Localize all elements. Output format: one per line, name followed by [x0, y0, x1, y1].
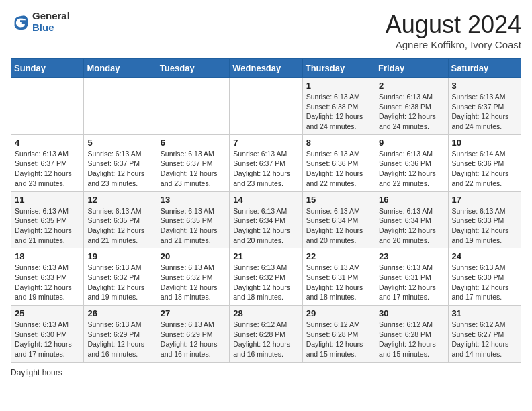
day-number: 16 [379, 195, 444, 205]
calendar-cell: 7Sunrise: 6:13 AM Sunset: 6:37 PM Daylig… [230, 134, 302, 191]
day-number: 9 [379, 138, 444, 148]
day-info: Sunrise: 6:12 AM Sunset: 6:28 PM Dayligh… [306, 320, 371, 359]
day-info: Sunrise: 6:13 AM Sunset: 6:37 PM Dayligh… [233, 149, 298, 189]
day-number: 12 [87, 195, 152, 205]
day-info: Sunrise: 6:12 AM Sunset: 6:28 PM Dayligh… [379, 320, 444, 359]
day-info: Sunrise: 6:13 AM Sunset: 6:33 PM Dayligh… [15, 263, 80, 302]
day-number: 24 [452, 251, 517, 261]
day-info: Sunrise: 6:12 AM Sunset: 6:27 PM Dayligh… [452, 320, 517, 359]
day-number: 5 [87, 138, 152, 148]
calendar-week-3: 11Sunrise: 6:13 AM Sunset: 6:35 PM Dayli… [11, 191, 521, 248]
day-number: 14 [233, 195, 298, 205]
day-number: 20 [161, 251, 226, 261]
day-info: Sunrise: 6:13 AM Sunset: 6:34 PM Dayligh… [233, 206, 298, 246]
calendar-cell: 23Sunrise: 6:13 AM Sunset: 6:31 PM Dayli… [375, 248, 448, 306]
day-number: 13 [161, 195, 226, 205]
calendar-cell: 1Sunrise: 6:13 AM Sunset: 6:38 PM Daylig… [302, 78, 375, 135]
calendar-cell: 30Sunrise: 6:12 AM Sunset: 6:28 PM Dayli… [375, 306, 448, 363]
footer-note: Daylight hours [11, 368, 521, 377]
day-info: Sunrise: 6:13 AM Sunset: 6:38 PM Dayligh… [306, 92, 371, 132]
day-number: 11 [15, 195, 80, 205]
calendar-cell: 24Sunrise: 6:13 AM Sunset: 6:30 PM Dayli… [448, 248, 521, 306]
calendar-cell: 31Sunrise: 6:12 AM Sunset: 6:27 PM Dayli… [448, 306, 521, 363]
calendar-week-1: 1Sunrise: 6:13 AM Sunset: 6:38 PM Daylig… [11, 78, 521, 135]
day-info: Sunrise: 6:13 AM Sunset: 6:34 PM Dayligh… [306, 206, 371, 246]
day-number: 3 [452, 81, 517, 91]
calendar-cell: 21Sunrise: 6:13 AM Sunset: 6:32 PM Dayli… [230, 248, 302, 306]
calendar-cell: 16Sunrise: 6:13 AM Sunset: 6:34 PM Dayli… [375, 191, 448, 248]
day-info: Sunrise: 6:13 AM Sunset: 6:33 PM Dayligh… [452, 206, 517, 246]
calendar-cell: 18Sunrise: 6:13 AM Sunset: 6:33 PM Dayli… [11, 248, 84, 306]
calendar-cell: 20Sunrise: 6:13 AM Sunset: 6:32 PM Dayli… [157, 248, 229, 306]
day-number: 31 [452, 308, 517, 318]
day-number: 26 [87, 308, 152, 318]
day-info: Sunrise: 6:13 AM Sunset: 6:32 PM Dayligh… [87, 263, 152, 302]
logo-text: General Blue [32, 11, 70, 33]
day-info: Sunrise: 6:13 AM Sunset: 6:35 PM Dayligh… [161, 206, 226, 246]
weekday-header-sunday: Sunday [11, 59, 84, 78]
day-info: Sunrise: 6:13 AM Sunset: 6:36 PM Dayligh… [379, 149, 444, 189]
day-info: Sunrise: 6:13 AM Sunset: 6:37 PM Dayligh… [87, 149, 152, 189]
day-info: Sunrise: 6:13 AM Sunset: 6:30 PM Dayligh… [452, 263, 517, 302]
day-info: Sunrise: 6:12 AM Sunset: 6:28 PM Dayligh… [233, 320, 298, 359]
calendar-cell: 26Sunrise: 6:13 AM Sunset: 6:29 PM Dayli… [84, 306, 157, 363]
calendar-cell: 4Sunrise: 6:13 AM Sunset: 6:37 PM Daylig… [11, 134, 84, 191]
logo-blue-text: Blue [32, 22, 70, 34]
day-number: 4 [15, 138, 80, 148]
day-number: 21 [233, 251, 298, 261]
day-info: Sunrise: 6:13 AM Sunset: 6:35 PM Dayligh… [87, 206, 152, 246]
weekday-header-thursday: Thursday [302, 59, 375, 78]
day-info: Sunrise: 6:13 AM Sunset: 6:35 PM Dayligh… [15, 206, 80, 246]
day-number: 19 [87, 251, 152, 261]
calendar-cell: 14Sunrise: 6:13 AM Sunset: 6:34 PM Dayli… [230, 191, 302, 248]
day-number: 18 [15, 251, 80, 261]
calendar-cell [84, 78, 157, 135]
calendar-cell: 29Sunrise: 6:12 AM Sunset: 6:28 PM Dayli… [302, 306, 375, 363]
day-info: Sunrise: 6:13 AM Sunset: 6:32 PM Dayligh… [161, 263, 226, 302]
day-number: 2 [379, 81, 444, 91]
calendar-cell: 6Sunrise: 6:13 AM Sunset: 6:37 PM Daylig… [157, 134, 229, 191]
day-number: 15 [306, 195, 371, 205]
calendar-cell: 19Sunrise: 6:13 AM Sunset: 6:32 PM Dayli… [84, 248, 157, 306]
day-info: Sunrise: 6:14 AM Sunset: 6:36 PM Dayligh… [452, 149, 517, 189]
weekday-header-monday: Monday [84, 59, 157, 78]
weekday-header-row: SundayMondayTuesdayWednesdayThursdayFrid… [11, 59, 521, 78]
weekday-header-wednesday: Wednesday [230, 59, 302, 78]
calendar-cell: 15Sunrise: 6:13 AM Sunset: 6:34 PM Dayli… [302, 191, 375, 248]
day-number: 23 [379, 251, 444, 261]
calendar-cell: 10Sunrise: 6:14 AM Sunset: 6:36 PM Dayli… [448, 134, 521, 191]
day-info: Sunrise: 6:13 AM Sunset: 6:37 PM Dayligh… [15, 149, 80, 189]
day-info: Sunrise: 6:13 AM Sunset: 6:32 PM Dayligh… [233, 263, 298, 302]
weekday-header-tuesday: Tuesday [157, 59, 229, 78]
day-number: 7 [233, 138, 298, 148]
day-number: 1 [306, 81, 371, 91]
logo: General Blue [11, 11, 70, 33]
day-number: 22 [306, 251, 371, 261]
day-number: 17 [452, 195, 517, 205]
calendar-cell [157, 78, 229, 135]
calendar-cell [11, 78, 84, 135]
calendar-cell: 5Sunrise: 6:13 AM Sunset: 6:37 PM Daylig… [84, 134, 157, 191]
day-info: Sunrise: 6:13 AM Sunset: 6:29 PM Dayligh… [87, 320, 152, 359]
day-info: Sunrise: 6:13 AM Sunset: 6:37 PM Dayligh… [161, 149, 226, 189]
calendar-cell: 27Sunrise: 6:13 AM Sunset: 6:29 PM Dayli… [157, 306, 229, 363]
calendar-cell: 25Sunrise: 6:13 AM Sunset: 6:30 PM Dayli… [11, 306, 84, 363]
day-number: 25 [15, 308, 80, 318]
calendar-cell: 2Sunrise: 6:13 AM Sunset: 6:38 PM Daylig… [375, 78, 448, 135]
calendar-cell: 11Sunrise: 6:13 AM Sunset: 6:35 PM Dayli… [11, 191, 84, 248]
day-info: Sunrise: 6:13 AM Sunset: 6:38 PM Dayligh… [379, 92, 444, 132]
calendar-table: SundayMondayTuesdayWednesdayThursdayFrid… [11, 58, 521, 363]
calendar-cell: 28Sunrise: 6:12 AM Sunset: 6:28 PM Dayli… [230, 306, 302, 363]
generalblue-logo-icon [11, 13, 30, 32]
calendar-cell [230, 78, 302, 135]
day-number: 6 [161, 138, 226, 148]
calendar-week-2: 4Sunrise: 6:13 AM Sunset: 6:37 PM Daylig… [11, 134, 521, 191]
calendar-week-4: 18Sunrise: 6:13 AM Sunset: 6:33 PM Dayli… [11, 248, 521, 306]
month-title: August 2024 [386, 11, 521, 39]
day-info: Sunrise: 6:13 AM Sunset: 6:30 PM Dayligh… [15, 320, 80, 359]
header: General Blue August 2024 Agnere Koffikro… [11, 11, 521, 50]
day-info: Sunrise: 6:13 AM Sunset: 6:29 PM Dayligh… [161, 320, 226, 359]
day-number: 29 [306, 308, 371, 318]
day-number: 27 [161, 308, 226, 318]
calendar-cell: 8Sunrise: 6:13 AM Sunset: 6:36 PM Daylig… [302, 134, 375, 191]
